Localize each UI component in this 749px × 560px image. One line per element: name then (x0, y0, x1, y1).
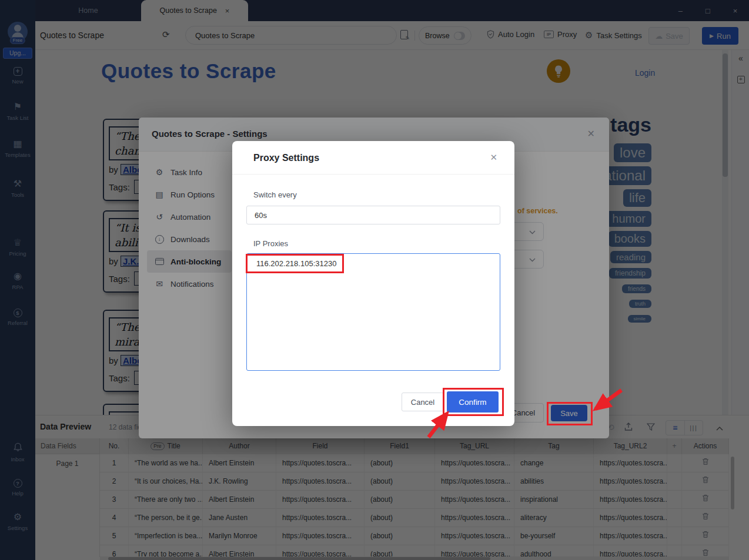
app-window: Free Upg... +New⚑Task List▦Templates⚒Too… (0, 0, 749, 560)
switch-every-input[interactable] (246, 206, 500, 224)
switch-every-label: Switch every (253, 190, 297, 199)
proxy-modal-title: Proxy Settings (253, 153, 319, 163)
proxy-header-divider (232, 174, 514, 175)
ip-proxies-label: IP Proxies (253, 239, 288, 248)
proxy-close-icon[interactable]: ✕ (490, 152, 497, 163)
ip-proxies-textarea[interactable]: 116.202.218.105:31230 (246, 253, 500, 371)
ip-proxy-value: 116.202.218.105:31230 (256, 259, 336, 268)
proxy-settings-modal: Proxy Settings ✕ Switch every IP Proxies… (232, 141, 514, 426)
proxy-cancel-button[interactable]: Cancel (402, 393, 444, 411)
proxy-confirm-button[interactable]: Confirm (447, 391, 499, 413)
